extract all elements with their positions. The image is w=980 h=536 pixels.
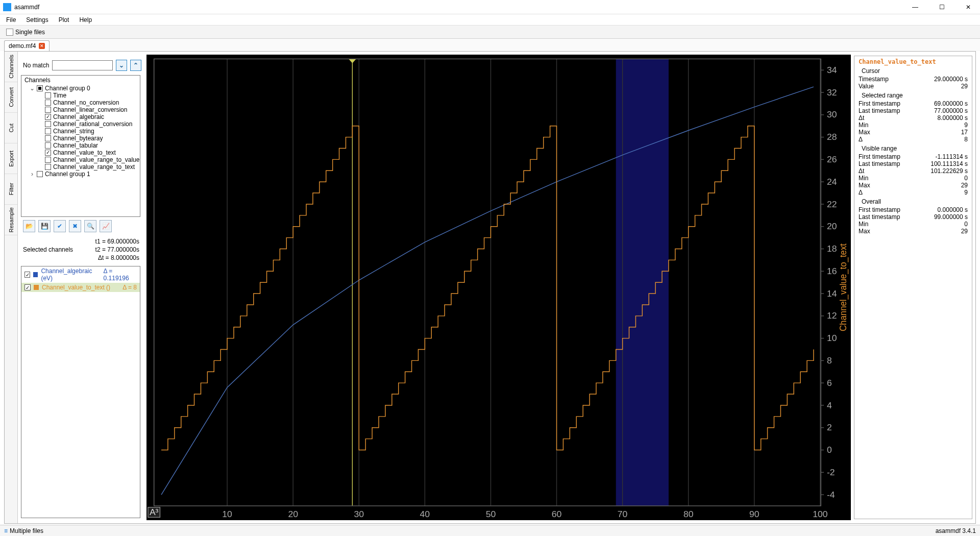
tree-item[interactable]: Channel_value_to_text [38, 149, 140, 156]
plot-button[interactable]: 📈 [100, 220, 112, 232]
info-row: Δt8.000000 s [859, 114, 968, 121]
search-input[interactable] [52, 60, 113, 70]
check-icon: ✔ [57, 223, 62, 230]
checkbox[interactable] [45, 142, 51, 149]
open-button[interactable]: 📂 [23, 220, 35, 232]
close-button[interactable]: ✕ [960, 2, 977, 13]
tree-item[interactable]: Channel_bytearay [38, 135, 140, 142]
checkbox[interactable] [45, 100, 51, 106]
info-section-title: Cursor [859, 67, 968, 75]
tree-item-label: Time [53, 92, 66, 99]
tree-item-label: Channel_linear_conversion [53, 106, 127, 113]
svg-text:28: 28 [827, 132, 837, 142]
info-row: Max17 [859, 129, 968, 136]
chart-icon: 📈 [102, 223, 110, 230]
menu-help[interactable]: Help [75, 15, 96, 25]
svg-rect-0 [146, 55, 851, 520]
checkbox[interactable] [37, 171, 43, 177]
search-button[interactable]: 🔍 [84, 220, 96, 232]
tree-item[interactable]: Channel_no_conversion [38, 99, 140, 106]
minimize-button[interactable]: — [906, 2, 924, 13]
selected-channel-row[interactable]: Channel_algebraic (eV)Δ = 0.119196 [21, 266, 140, 283]
single-files-button[interactable]: Single files [3, 28, 48, 37]
uncheck-all-button[interactable]: ✖ [69, 220, 81, 232]
checkbox-tristate[interactable] [37, 85, 43, 91]
info-row: Δt101.222629 s [859, 167, 968, 175]
checkbox[interactable] [24, 284, 31, 290]
svg-text:34: 34 [827, 65, 837, 75]
checkbox[interactable] [45, 114, 51, 120]
tab-close-icon[interactable]: ✕ [39, 43, 45, 49]
tree-item[interactable]: Channel_algebraic [38, 113, 140, 120]
document-tab[interactable]: demo.mf4 ✕ [4, 40, 50, 51]
menu-plot[interactable]: Plot [55, 15, 74, 25]
document-icon [6, 29, 13, 36]
tree-group-1[interactable]: › Channel group 1 [30, 170, 140, 178]
svg-text:6: 6 [827, 378, 832, 388]
sidetab-filter[interactable]: Filter [5, 174, 17, 205]
checkbox[interactable] [24, 272, 30, 278]
selected-channels-list[interactable]: Channel_algebraic (eV)Δ = 0.119196Channe… [21, 266, 140, 518]
info-row: Δ8 [859, 136, 968, 143]
tree-item[interactable]: Time [38, 92, 140, 99]
checkbox[interactable] [45, 135, 51, 141]
tree-item-label: Channel_rational_conversion [53, 120, 132, 128]
info-row: Last timestamp99.000000 s [859, 213, 968, 221]
plot-canvas[interactable]: 102030405060708090100-4-2024681012141618… [146, 55, 851, 520]
search-up-button[interactable]: ⌃ [130, 60, 141, 71]
info-row: Max29 [859, 182, 968, 189]
info-row: Δ9 [859, 189, 968, 196]
svg-text:8: 8 [827, 355, 832, 366]
checkbox[interactable] [45, 128, 51, 134]
workarea: Channels Convert Cut Export Filter Resam… [4, 51, 976, 524]
info-row: First timestamp-1.111314 s [859, 153, 968, 160]
tree-item[interactable]: Channel_rational_conversion [38, 120, 140, 128]
tree-item[interactable]: Channel_string [38, 128, 140, 135]
sidetab-channels[interactable]: Channels [5, 52, 17, 82]
menu-settings[interactable]: Settings [22, 15, 52, 25]
selected-channel-row[interactable]: Channel_value_to_text ()Δ = 8 [21, 283, 140, 292]
menubar: File Settings Plot Help [0, 14, 980, 26]
maximize-button[interactable]: ☐ [933, 2, 950, 13]
t1-value: t1 = 69.000000s [95, 238, 139, 245]
tree-item[interactable]: Channel_linear_conversion [38, 106, 140, 113]
channel-tree[interactable]: Channels ⌄ Channel group 0 TimeChannel_n… [21, 75, 140, 217]
checkbox[interactable] [45, 107, 51, 113]
status-right: asammdf 3.4.1 [936, 527, 976, 534]
save-button[interactable]: 💾 [38, 220, 51, 232]
tree-group-0[interactable]: ⌄ Channel group 0 [30, 85, 140, 92]
sidetab-resample[interactable]: Resample [5, 205, 17, 235]
tree-item-label: Channel_value_range_to_value [53, 156, 139, 163]
checkbox[interactable] [45, 157, 51, 163]
x-icon: ✖ [72, 223, 78, 230]
sidetab-export[interactable]: Export [5, 143, 17, 174]
svg-text:20: 20 [827, 222, 837, 232]
expand-icon[interactable]: › [30, 170, 35, 178]
checkbox[interactable] [45, 150, 51, 156]
svg-text:24: 24 [827, 177, 837, 187]
menu-file[interactable]: File [2, 15, 20, 25]
checkbox[interactable] [45, 164, 51, 170]
svg-text:70: 70 [618, 509, 628, 520]
sidetab-cut[interactable]: Cut [5, 113, 17, 143]
info-row: Min9 [859, 121, 968, 129]
status-left-icon: ≡ [4, 527, 8, 534]
collapse-icon[interactable]: ⌄ [30, 85, 35, 92]
tree-item[interactable]: Channel_value_range_to_text [38, 163, 140, 170]
check-all-button[interactable]: ✔ [54, 220, 66, 232]
sidetab-convert[interactable]: Convert [5, 82, 17, 113]
selected-channels-label: Selected channels [23, 246, 73, 253]
left-panel: No match ⌄ ⌃ Channels ⌄ Channel group 0 … [18, 52, 143, 523]
svg-text:30: 30 [354, 509, 364, 520]
time-stats: t1 = 69.000000s Selected channelst2 = 77… [23, 237, 139, 262]
checkbox[interactable] [45, 121, 51, 127]
tree-item-label: Channel_value_range_to_text [53, 163, 135, 170]
search-down-button[interactable]: ⌄ [116, 60, 127, 71]
checkbox[interactable] [45, 92, 51, 99]
info-section-title: Visible range [859, 145, 968, 152]
plot-panel: 102030405060708090100-4-2024681012141618… [143, 52, 854, 523]
app-icon [3, 3, 11, 11]
tree-item[interactable]: Channel_tabular [38, 142, 140, 149]
svg-text:20: 20 [288, 509, 298, 520]
tree-item[interactable]: Channel_value_range_to_value [38, 156, 140, 163]
